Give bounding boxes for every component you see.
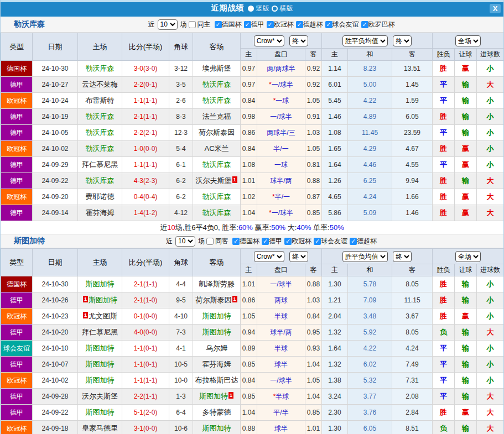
same-venue-checkbox[interactable] <box>206 238 214 245</box>
asian-away-odds: 1.03 <box>305 125 322 141</box>
team-cell: 斯图加特 <box>78 276 122 292</box>
full-score: 3-0 <box>134 65 143 72</box>
title-bar: 近期战绩 竖版 横版 X <box>1 0 503 17</box>
match-date: 24-09-14 <box>33 205 78 221</box>
match-date: 24-10-02 <box>33 373 78 389</box>
league-filter-checkbox[interactable]: ✓ <box>296 21 303 28</box>
score-cell: 2-2(1-1) <box>122 389 169 405</box>
handicap-result-cell: 输 <box>455 357 477 373</box>
match-row: 欧冠杯24-10-24布雷斯特1-1(1-1)2-6勒沃库森0.84*一球1.0… <box>1 93 504 109</box>
portrait-radio-label[interactable]: 竖版 <box>256 4 269 13</box>
match-row: 球会友谊24-10-10斯图加特1-1(0-1)4-1乌尔姆0.89半球0.93… <box>1 341 504 357</box>
match-row: 德甲24-09-22斯图加特5-1(2-0)6-4多特蒙德1.04平/半0.85… <box>1 405 504 421</box>
team-cell: 勒沃库森 <box>193 205 241 221</box>
full-score: 1-1 <box>134 344 143 352</box>
euro-avg-select[interactable]: 胜平负均值 <box>342 251 388 262</box>
league-filter-label: 欧冠杯 <box>274 20 294 29</box>
half-score: (2-3) <box>143 177 157 185</box>
goals-result-cell: 小 <box>477 292 504 308</box>
euro-time-select[interactable]: 终 <box>393 251 412 262</box>
corner-count: 7-3 <box>169 325 193 341</box>
handicap-line: 一/球半 <box>257 109 305 125</box>
league-filter-checkbox[interactable]: ✓ <box>361 21 368 28</box>
euro-home-odds: 1.64 <box>322 341 348 357</box>
result-cell: 胜 <box>433 308 455 325</box>
red-card-badge: 1 <box>232 176 237 183</box>
euro-draw-odds: 4.46 <box>348 157 392 173</box>
asian-away-odds: 0.92 <box>305 61 322 77</box>
league-filter-checkbox[interactable]: ✓ <box>244 21 251 28</box>
league-filter-checkbox[interactable]: ✓ <box>267 21 274 28</box>
half-score: (2-1) <box>143 129 157 137</box>
match-row: 德甲24-10-27云达不莱梅2-2(0-1)3-5勒沃库森0.97*一/球半0… <box>1 77 504 93</box>
result-cell: 胜 <box>433 141 455 157</box>
team-label: 斯图加特 <box>86 376 115 384</box>
full-score: 4-0 <box>134 328 143 336</box>
league-filter-checkbox[interactable]: ✓ <box>325 21 332 28</box>
handicap-result-cell: 输 <box>455 93 477 109</box>
asian-home-odds: 0.89 <box>241 341 257 357</box>
corner-count: 9-5 <box>169 292 193 308</box>
sub-goals: 进球数 <box>477 264 504 276</box>
euro-avg-select[interactable]: 胜平负均值 <box>342 35 388 46</box>
league-badge: 德甲 <box>1 357 32 372</box>
league-filter-item: ✓球会友谊 <box>314 237 347 246</box>
asian-home-odds: 0.84 <box>241 141 257 157</box>
team-label: 勒沃库森 <box>202 192 231 201</box>
team-cell: 荷尔斯泰因1 <box>193 292 241 308</box>
league-filter-checkbox[interactable]: ✓ <box>350 238 357 245</box>
match-count-select[interactable]: 10 <box>175 236 195 247</box>
odds-time-select[interactable]: 终 <box>289 251 308 262</box>
match-date: 24-10-24 <box>33 93 78 109</box>
portrait-radio-icon[interactable] <box>248 6 254 12</box>
euro-draw-odds: 4.24 <box>348 189 392 205</box>
full-score: 0-4 <box>134 193 143 201</box>
odds-time-select[interactable]: 终 <box>289 35 308 46</box>
odds-company-select[interactable]: Crow* <box>254 251 284 262</box>
scope-select[interactable]: 全场 <box>455 35 481 46</box>
scope-header: 全场 <box>433 33 504 49</box>
half-score: (0-1) <box>143 81 157 88</box>
team-label: 云达不莱梅 <box>82 80 118 88</box>
team-cell: 费耶诺德 <box>78 189 122 205</box>
handicap-result-cell: 输 <box>455 341 477 357</box>
scope-select[interactable]: 全场 <box>455 251 481 262</box>
sub-euro-home: 主 <box>322 49 348 61</box>
handicap-result-cell: 输 <box>455 125 477 141</box>
league-filter-checkbox[interactable]: ✓ <box>314 238 321 245</box>
team-section-header: 勒沃库森 近 10 场 同主 ✓德国杯✓德甲✓欧冠杯✓德超杯✓球会友谊✓欧罗巴杯 <box>1 17 503 33</box>
same-venue-checkbox[interactable] <box>189 21 196 28</box>
match-count-select[interactable]: 10 <box>158 19 178 30</box>
landscape-radio-label[interactable]: 横版 <box>280 4 293 13</box>
team-label: 斯图加特 <box>86 280 115 288</box>
euro-time-select[interactable]: 终 <box>393 35 412 46</box>
result-cell: 负 <box>433 325 455 341</box>
league-filter-label: 德国杯 <box>240 237 259 246</box>
goals-result-cell: 小 <box>477 93 504 109</box>
landscape-radio-icon[interactable] <box>272 6 278 12</box>
euro-draw-odds: 6.02 <box>348 357 392 373</box>
match-row: 德国杯24-10-30勒沃库森3-0(3-0)3-12埃弗斯堡0.97两/两球半… <box>1 61 504 77</box>
euro-home-odds: 1.30 <box>322 276 348 292</box>
league-filter-checkbox[interactable]: ✓ <box>284 238 292 245</box>
euro-home-odds: 1.64 <box>322 157 348 173</box>
odds-company-select[interactable]: Crow* <box>254 35 284 46</box>
euro-away-odds: 2.84 <box>392 405 433 421</box>
team-cell: 斯图加特 <box>78 357 122 373</box>
asian-away-odds: 0.88 <box>305 276 322 292</box>
close-icon[interactable]: X <box>490 4 501 13</box>
asian-home-odds: 1.02 <box>241 189 257 205</box>
league-filter-checkbox[interactable]: ✓ <box>215 21 222 28</box>
league-filter-checkbox[interactable]: ✓ <box>262 238 269 245</box>
result-cell: 平 <box>433 125 455 141</box>
summary-segment: 50% <box>271 223 285 232</box>
sub-result: 胜负 <box>433 264 455 276</box>
league-type-cell: 德国杯 <box>1 61 33 77</box>
asian-away-odds: 1.05 <box>305 93 322 109</box>
asian-away-odds: 0.93 <box>305 341 322 357</box>
results-table: 类型 日期 主场 比分(半场) 角球 客场 Crow* 终 胜平负均值 终 全场… <box>1 33 504 221</box>
league-filter-checkbox[interactable]: ✓ <box>232 238 240 245</box>
team-cell: 勒沃库森 <box>78 173 122 189</box>
league-badge: 德甲 <box>1 157 32 172</box>
half-score: (1-1) <box>143 161 157 169</box>
